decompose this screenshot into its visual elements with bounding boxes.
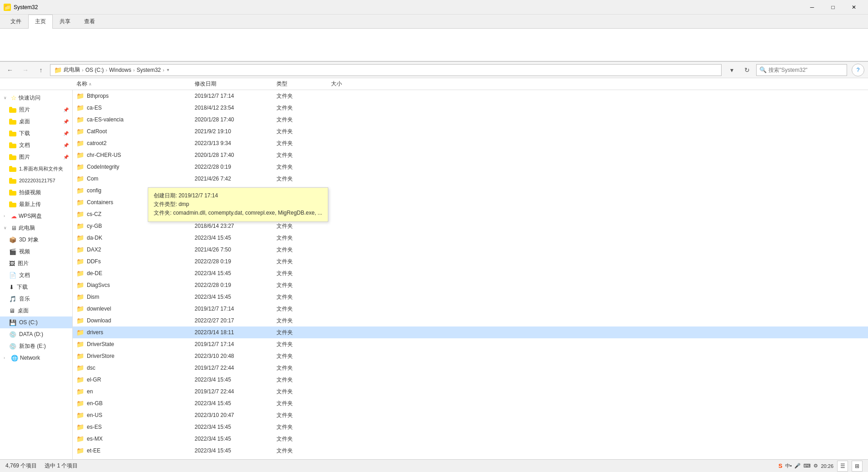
- sidebar-label-video-quick: 拍摄视频: [19, 189, 41, 196]
- sidebar-item-downloads[interactable]: ⬇ 下载: [0, 281, 72, 293]
- path-system32[interactable]: System32: [136, 67, 161, 73]
- table-row[interactable]: 📁chr-CHER-US 2020/1/28 17:40 文件夹: [73, 149, 868, 161]
- folder-icon: 📁: [76, 175, 84, 182]
- table-row[interactable]: 📁dsc 2019/12/7 22:44 文件夹: [73, 362, 868, 374]
- table-row[interactable]: 📁de-DE 2022/3/4 15:45 文件夹: [73, 267, 868, 279]
- table-row[interactable]: 📁en-GB 2022/3/4 15:45 文件夹: [73, 397, 868, 409]
- table-row[interactable]: 📁Dism 2022/3/4 15:45 文件夹: [73, 291, 868, 303]
- tab-file[interactable]: 文件: [4, 15, 28, 28]
- drive-icon-os-c: 💾: [9, 319, 16, 326]
- sidebar-item-downloads-quick[interactable]: 下载 📌: [0, 127, 72, 139]
- title-bar-left: 📁 System32: [4, 4, 38, 11]
- tooltip-created: 创建日期: 2019/12/7 17:14: [154, 191, 322, 200]
- details-view-button[interactable]: ☰: [837, 461, 848, 472]
- table-row[interactable]: 📁downlevel 2019/12/7 17:14 文件夹: [73, 303, 868, 315]
- folder-icon-desktop: 🖥: [9, 307, 15, 314]
- status-right: S 中• 🎤 ⌨ ⚙ 20:26 ☰ ⊞: [778, 461, 863, 472]
- table-row[interactable]: 📁da-DK 2022/3/4 15:45 文件夹: [73, 232, 868, 244]
- table-row[interactable]: 📁drivers 2022/3/14 18:11 文件夹: [73, 326, 868, 338]
- minimize-button[interactable]: ─: [802, 0, 823, 15]
- sidebar-label-pictures-quick: 照片: [19, 106, 30, 114]
- tab-view[interactable]: 查看: [77, 15, 102, 28]
- table-row[interactable]: 📁DDFs 2022/2/28 0:19 文件夹: [73, 256, 868, 267]
- sidebar-item-os-c[interactable]: 💾 OS (C:): [0, 316, 72, 328]
- table-row[interactable]: 📁ca-ES-valencia 2020/1/28 17:40 文件夹: [73, 114, 868, 126]
- sidebar-item-3d[interactable]: 📦 3D 对象: [0, 234, 72, 246]
- folder-icon: 📁: [76, 199, 84, 206]
- table-row[interactable]: 📁es-MX 2022/3/4 15:45 文件夹: [73, 433, 868, 445]
- col-header-name[interactable]: 名称 ∧: [73, 80, 191, 88]
- chevron-quick-access-icon: ∨: [4, 95, 9, 100]
- address-bar: ← → ↑ 📁 此电脑 › OS (C:) › Windows › System…: [0, 62, 868, 78]
- sidebar-item-music[interactable]: 🎵 音乐: [0, 293, 72, 305]
- sidebar-item-desktop-quick[interactable]: 桌面 📌: [0, 115, 72, 127]
- table-row[interactable]: 📁Download 2022/2/27 20:17 文件夹: [73, 315, 868, 326]
- keyboard-icon: ⌨: [803, 463, 811, 469]
- sidebar-header-wps[interactable]: › ☁ WPS网盘: [0, 210, 72, 222]
- col-header-size[interactable]: 大小: [327, 80, 373, 88]
- table-row[interactable]: 📁es-ES 2022/3/4 15:45 文件夹: [73, 421, 868, 433]
- table-row[interactable]: 📁cy-GB 2018/6/14 23:27 文件夹: [73, 220, 868, 232]
- sidebar-item-images-quick[interactable]: 图片 📌: [0, 151, 72, 163]
- folder-icon-upload-quick: [9, 201, 16, 207]
- folder-icon: 📁: [76, 222, 84, 230]
- address-path[interactable]: 📁 此电脑 › OS (C:) › Windows › System32 › ▾: [50, 64, 722, 76]
- table-row[interactable]: 📁DiagSvcs 2022/2/28 0:19 文件夹: [73, 279, 868, 291]
- help-button[interactable]: ?: [852, 64, 864, 76]
- file-list: 创建日期: 2019/12/7 17:14 文件类型: dmp 文件夹: com…: [73, 90, 868, 472]
- sidebar-item-pictures-quick[interactable]: 照片 📌: [0, 104, 72, 115]
- sidebar-label-desktop-quick: 桌面: [19, 118, 30, 126]
- path-windows[interactable]: Windows: [109, 67, 131, 73]
- search-icon: 🔍: [759, 66, 767, 73]
- path-this-pc[interactable]: 此电脑: [64, 66, 80, 74]
- table-row[interactable]: 📁catroot2 2022/3/13 9:34 文件夹: [73, 137, 868, 149]
- table-row[interactable]: 📁DAX2 2021/4/26 7:50 文件夹: [73, 244, 868, 256]
- sidebar-item-date-quick[interactable]: 2022203121757: [0, 175, 72, 186]
- maximize-button[interactable]: □: [823, 0, 843, 15]
- folder-icon: 📁: [76, 140, 84, 147]
- dropdown-button[interactable]: ▾: [725, 64, 738, 76]
- table-row[interactable]: 📁DriverState 2019/12/7 17:14 文件夹: [73, 338, 868, 350]
- sidebar-item-newvol-e[interactable]: 💿 新加卷 (E:): [0, 340, 72, 352]
- col-header-type[interactable]: 类型: [273, 80, 327, 88]
- sidebar-item-pictures[interactable]: 🖼 图片: [0, 257, 72, 269]
- table-row[interactable]: 📁CatRoot 2021/9/2 19:10 文件夹: [73, 126, 868, 137]
- sidebar-header-quick-access[interactable]: ∨ ☆ 快速访问: [0, 92, 72, 104]
- folder-icon-desktop-quick: [9, 119, 16, 125]
- up-button[interactable]: ↑: [35, 64, 47, 76]
- table-row[interactable]: 📁et-EE 2022/3/4 15:45 文件夹: [73, 445, 868, 457]
- sidebar-item-videos[interactable]: 🎬 视频: [0, 246, 72, 257]
- large-icons-view-button[interactable]: ⊞: [852, 461, 863, 472]
- pin-icon-images: 📌: [63, 155, 69, 160]
- table-row[interactable]: 📁el-GR 2022/3/4 15:45 文件夹: [73, 374, 868, 386]
- tab-home[interactable]: 主页: [28, 15, 53, 29]
- table-row[interactable]: 📁ca-ES 2018/4/12 23:54 文件夹: [73, 102, 868, 114]
- sidebar-item-video-quick[interactable]: 拍摄视频: [0, 186, 72, 198]
- table-row[interactable]: 📁Com 2021/4/26 7:42 文件夹: [73, 173, 868, 185]
- folder-icon-images-quick: [9, 154, 16, 160]
- sidebar-item-upload-quick[interactable]: 最新上传: [0, 198, 72, 210]
- close-button[interactable]: ✕: [843, 0, 864, 15]
- back-button[interactable]: ←: [4, 64, 16, 76]
- sidebar-header-this-pc[interactable]: ∨ 🖥 此电脑: [0, 222, 72, 234]
- folder-icon-layout-quick: [9, 166, 16, 172]
- forward-button[interactable]: →: [19, 64, 32, 76]
- pin-icon-documents: 📌: [63, 143, 69, 148]
- table-row[interactable]: 📁DriverStore 2022/3/10 20:48 文件夹: [73, 350, 868, 362]
- table-row[interactable]: 📁en-US 2022/3/10 20:47 文件夹: [73, 409, 868, 421]
- table-row[interactable]: 📁Bthprops 2019/12/7 17:14 文件夹: [73, 90, 868, 102]
- col-header-date[interactable]: 修改日期: [191, 80, 273, 88]
- sidebar-item-desktop[interactable]: 🖥 桌面: [0, 305, 72, 316]
- sidebar-item-documents-quick[interactable]: 文档 📌: [0, 139, 72, 151]
- table-row[interactable]: 📁en 2019/12/7 22:44 文件夹: [73, 386, 868, 397]
- title-bar-icon: 📁: [4, 4, 11, 11]
- search-input[interactable]: [768, 67, 844, 73]
- tab-share[interactable]: 共享: [53, 15, 77, 28]
- sidebar-item-layout-quick[interactable]: 1.界面布局和文件夹: [0, 163, 72, 175]
- sidebar-item-data-d[interactable]: 💿 DATA (D:): [0, 328, 72, 340]
- table-row[interactable]: 📁CodeIntegrity 2022/2/28 0:19 文件夹: [73, 161, 868, 173]
- sidebar-item-documents[interactable]: 📄 文档: [0, 269, 72, 281]
- sidebar-header-network[interactable]: › 🌐 Network: [0, 352, 72, 364]
- refresh-button[interactable]: ↻: [741, 64, 753, 76]
- path-os-c[interactable]: OS (C:): [85, 67, 104, 73]
